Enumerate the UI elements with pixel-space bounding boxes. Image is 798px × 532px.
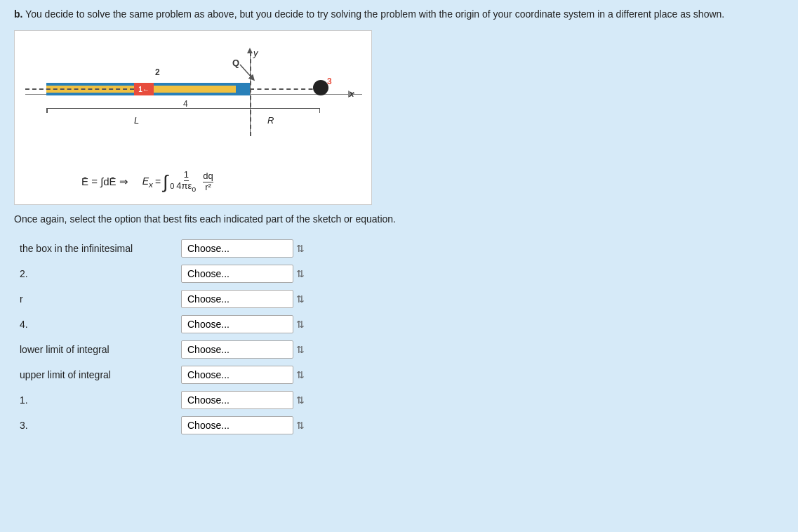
dropdown-row3[interactable]: Choose... <box>181 290 293 308</box>
row-label-row7: 1. <box>14 387 175 413</box>
table-row: 4.Choose...⇅ <box>14 312 316 337</box>
row-dropdown-cell-row5: Choose...⇅ <box>175 337 316 362</box>
equation-area: Ē = ∫dĒ ⇒ Ex = ∫ 0 1 4πεo dq r² <box>25 170 361 194</box>
dropdown-arrow-row6: ⇅ <box>296 369 305 380</box>
label-2: 2 <box>155 67 160 77</box>
row-dropdown-cell-row4: Choose...⇅ <box>175 312 316 337</box>
instruction-content: Once again, select the option that best … <box>14 213 396 225</box>
dropdown-arrow-row1: ⇅ <box>296 243 305 254</box>
table-row: upper limit of integralChoose...⇅ <box>14 362 316 387</box>
dropdown-wrapper-row6: Choose...⇅ <box>181 366 310 384</box>
row-label-row8: 3. <box>14 413 175 438</box>
label-3: 3 <box>327 77 332 86</box>
dq-r2-fraction: dq r² <box>203 171 213 193</box>
row-label-row2: 2. <box>14 261 175 286</box>
dq-numer: dq <box>203 171 213 182</box>
dropdown-wrapper-row8: Choose...⇅ <box>181 416 310 434</box>
row-dropdown-cell-row3: Choose...⇅ <box>175 286 316 312</box>
dropdown-arrow-row3: ⇅ <box>296 293 305 305</box>
dropdown-wrapper-row5: Choose...⇅ <box>181 340 310 359</box>
table-row: lower limit of integralChoose...⇅ <box>14 337 316 362</box>
dropdown-arrow-row7: ⇅ <box>296 394 305 406</box>
vec-E-text: Ē = ∫dĒ ⇒ <box>81 175 128 188</box>
fraction-constant: 1 4πεo <box>176 170 196 194</box>
upper-limit-display <box>168 173 174 182</box>
integral-limits: 0 <box>168 173 174 190</box>
frac-numer: 1 <box>184 170 189 181</box>
dropdown-wrapper-row7: Choose...⇅ <box>181 391 310 409</box>
E-x-label: Ex <box>142 175 153 189</box>
equals-sign: = <box>155 176 161 187</box>
frac-denom: 4πεo <box>176 181 196 194</box>
row-label-row6: upper limit of integral <box>14 362 175 387</box>
space <box>198 176 201 187</box>
table-row: 1.Choose...⇅ <box>14 387 316 413</box>
diagram-area: y x 1← 2 3 4 L R Q <box>25 38 362 164</box>
row-dropdown-cell-row1: Choose...⇅ <box>175 236 316 261</box>
row-label-row4: 4. <box>14 312 175 337</box>
diagram-container: y x 1← 2 3 4 L R Q <box>14 30 372 205</box>
dropdown-arrow-row8: ⇅ <box>296 420 305 431</box>
svg-line-0 <box>240 65 253 79</box>
r2-denom: r² <box>205 182 211 192</box>
dashed-line-left <box>25 88 134 90</box>
dropdown-arrow-row4: ⇅ <box>296 319 305 330</box>
row-dropdown-cell-row2: Choose...⇅ <box>175 261 316 286</box>
dropdown-row5[interactable]: Choose... <box>181 340 293 359</box>
label-L: L <box>134 115 139 126</box>
label-R: R <box>267 115 274 126</box>
row-dropdown-cell-row7: Choose...⇅ <box>175 387 316 413</box>
dropdown-row4[interactable]: Choose... <box>181 315 293 333</box>
integral-eq: Ex = ∫ 0 1 4πεo dq r² <box>142 170 213 194</box>
label-x: x <box>350 88 354 99</box>
table-row: 3.Choose...⇅ <box>14 413 316 438</box>
dropdown-wrapper-row4: Choose...⇅ <box>181 315 310 333</box>
integral-sign: ∫ <box>163 173 168 191</box>
q-arrow <box>233 63 261 84</box>
instruction-text: Once again, select the option that best … <box>14 213 646 225</box>
table-row: rChoose...⇅ <box>14 286 316 312</box>
row-label-row5: lower limit of integral <box>14 337 175 362</box>
problem-part-label: b. You decide to solve the same problem … <box>14 7 784 22</box>
table-row: the box in the infinitesimalChoose...⇅ <box>14 236 316 261</box>
lower-limit-display: 0 <box>168 182 174 190</box>
dropdown-row2[interactable]: Choose... <box>181 265 293 283</box>
label-4: 4 <box>183 99 188 109</box>
red-rect: 1← <box>134 83 154 95</box>
dropdown-arrow-row2: ⇅ <box>296 268 305 279</box>
charge-dot <box>313 80 328 95</box>
dropdown-row1[interactable]: Choose... <box>181 239 293 258</box>
dropdown-wrapper-row3: Choose...⇅ <box>181 290 310 308</box>
dropdown-row7[interactable]: Choose... <box>181 391 293 409</box>
row-label-row1: the box in the infinitesimal <box>14 236 175 261</box>
bracket-line <box>46 108 320 109</box>
options-table: the box in the infinitesimalChoose...⇅2.… <box>14 236 316 438</box>
table-row: 2.Choose...⇅ <box>14 261 316 286</box>
dropdown-row6[interactable]: Choose... <box>181 366 293 384</box>
problem-description: You decide to solve the same problem as … <box>25 8 724 20</box>
dashed-line-right <box>250 88 320 90</box>
dropdown-wrapper-row1: Choose...⇅ <box>181 239 310 258</box>
dropdown-row8[interactable]: Choose... <box>181 416 293 434</box>
row-dropdown-cell-row8: Choose...⇅ <box>175 413 316 438</box>
label-y: y <box>253 48 258 58</box>
row-label-row3: r <box>14 286 175 312</box>
dropdown-wrapper-row2: Choose...⇅ <box>181 265 310 283</box>
dropdown-arrow-row5: ⇅ <box>296 344 305 355</box>
row-dropdown-cell-row6: Choose...⇅ <box>175 362 316 387</box>
